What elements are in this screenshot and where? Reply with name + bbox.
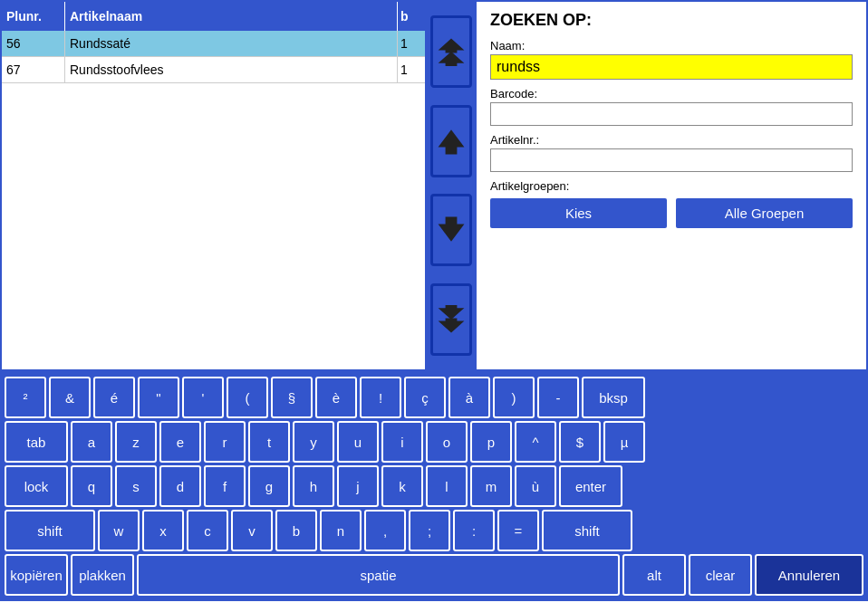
key-y[interactable]: y	[293, 421, 334, 463]
cell-plunr: 56	[2, 31, 65, 56]
key-dollar[interactable]: $	[559, 421, 601, 463]
key-s[interactable]: s	[115, 465, 157, 507]
table-header: Plunr. Artikelnaam b	[2, 2, 425, 31]
key-q[interactable]: q	[71, 465, 112, 507]
key-n[interactable]: n	[320, 510, 362, 551]
annuleren-button[interactable]: Annuleren	[755, 554, 863, 596]
key-k[interactable]: k	[381, 465, 423, 507]
key-r[interactable]: r	[204, 421, 246, 463]
keyboard-row-2: tab a z e r t y u i o p ^ $ µ	[5, 421, 863, 463]
key-ccedil[interactable]: ç	[404, 377, 446, 418]
key-egrave[interactable]: è	[315, 377, 357, 418]
key-j[interactable]: j	[337, 465, 379, 507]
artikelgroepen-buttons: Kies Alle Groepen	[490, 198, 853, 228]
barcode-input[interactable]	[490, 102, 853, 126]
nav-bottom-button[interactable]	[430, 283, 472, 356]
key-g[interactable]: g	[248, 465, 290, 507]
col-plunr: Plunr.	[2, 2, 65, 31]
key-backspace[interactable]: bksp	[582, 377, 645, 418]
key-kopieren[interactable]: kopiëren	[5, 554, 68, 596]
key-enter[interactable]: enter	[559, 465, 622, 507]
cell-artikelnaam: Rundsstoofvlees	[65, 57, 398, 82]
cell-artikelnaam: Rundssaté	[65, 31, 398, 56]
key-mu[interactable]: µ	[603, 421, 645, 463]
key-section[interactable]: §	[271, 377, 313, 418]
key-equals[interactable]: =	[497, 510, 539, 551]
alle-groepen-button[interactable]: Alle Groepen	[676, 198, 853, 228]
search-panel: ZOEKEN OP: Naam: Barcode: Artikelnr.: Ar…	[477, 2, 866, 369]
cell-b: 1	[398, 57, 425, 82]
artikelnr-label: Artikelnr.:	[490, 133, 853, 147]
key-comma[interactable]: ,	[364, 510, 406, 551]
key-e[interactable]: e	[159, 421, 201, 463]
key-space[interactable]: spatie	[137, 554, 620, 596]
key-f[interactable]: f	[204, 465, 246, 507]
artikelgroepen-label: Artikelgroepen:	[490, 179, 853, 193]
keyboard-row-1: ² & é " ' ( § è ! ç à ) - bksp	[5, 377, 863, 418]
nav-buttons	[427, 2, 477, 369]
key-p[interactable]: p	[470, 421, 512, 463]
table-row[interactable]: 56 Rundssaté 1	[2, 31, 425, 57]
key-c[interactable]: c	[187, 510, 228, 551]
key-lock[interactable]: lock	[5, 465, 68, 507]
svg-marker-0	[438, 39, 464, 53]
key-shift-right[interactable]: shift	[542, 510, 632, 551]
key-caret[interactable]: ^	[515, 421, 556, 463]
artikelnr-input[interactable]	[490, 148, 853, 172]
key-h[interactable]: h	[293, 465, 334, 507]
key-plakken[interactable]: plakken	[71, 554, 134, 596]
key-w[interactable]: w	[98, 510, 140, 551]
svg-marker-3	[438, 217, 464, 242]
svg-marker-4	[438, 318, 464, 332]
key-alt[interactable]: alt	[622, 554, 686, 596]
nav-top-button[interactable]	[430, 15, 472, 88]
key-u[interactable]: u	[337, 421, 379, 463]
svg-marker-2	[438, 129, 464, 154]
key-tab[interactable]: tab	[5, 421, 68, 463]
key-x[interactable]: x	[142, 510, 184, 551]
key-d[interactable]: d	[159, 465, 201, 507]
search-title: ZOEKEN OP:	[490, 11, 853, 30]
col-b: b	[398, 2, 425, 31]
keyboard: ² & é " ' ( § è ! ç à ) - bksp tab a z e…	[0, 371, 868, 601]
key-o[interactable]: o	[426, 421, 468, 463]
key-v[interactable]: v	[231, 510, 273, 551]
key-rparen[interactable]: )	[493, 377, 535, 418]
key-colon[interactable]: :	[453, 510, 495, 551]
cell-plunr: 67	[2, 57, 65, 82]
key-minus[interactable]: -	[537, 377, 579, 418]
key-exclaim[interactable]: !	[360, 377, 401, 418]
key-a[interactable]: a	[71, 421, 112, 463]
key-apostrophe[interactable]: '	[182, 377, 224, 418]
nav-up-button[interactable]	[430, 105, 472, 177]
keyboard-row-5: kopiëren plakken spatie alt clear Annule…	[5, 554, 863, 596]
barcode-label: Barcode:	[490, 87, 853, 100]
key-m[interactable]: m	[470, 465, 512, 507]
keyboard-row-4: shift w x c v b n , ; : = shift	[5, 510, 863, 551]
key-clear[interactable]: clear	[689, 554, 752, 596]
key-ugrave[interactable]: ù	[515, 465, 556, 507]
key-agrave[interactable]: à	[448, 377, 490, 418]
key-squared[interactable]: ²	[5, 377, 46, 418]
svg-marker-1	[438, 52, 464, 66]
key-i[interactable]: i	[381, 421, 423, 463]
key-eacute[interactable]: é	[93, 377, 135, 418]
cell-b: 1	[398, 31, 425, 56]
key-quote[interactable]: "	[138, 377, 179, 418]
key-t[interactable]: t	[248, 421, 290, 463]
kies-button[interactable]: Kies	[490, 198, 667, 228]
key-semicolon[interactable]: ;	[409, 510, 450, 551]
svg-marker-5	[438, 305, 464, 320]
key-b[interactable]: b	[275, 510, 317, 551]
key-l[interactable]: l	[426, 465, 468, 507]
key-z[interactable]: z	[115, 421, 157, 463]
col-artikelnaam: Artikelnaam	[65, 2, 398, 31]
nav-down-button[interactable]	[430, 194, 472, 266]
table-row[interactable]: 67 Rundsstoofvlees 1	[2, 57, 425, 83]
key-shift-left[interactable]: shift	[5, 510, 95, 551]
naam-input[interactable]	[490, 54, 853, 80]
naam-label: Naam:	[490, 39, 853, 53]
key-ampersand[interactable]: &	[49, 377, 91, 418]
keyboard-row-3: lock q s d f g h j k l m ù enter	[5, 465, 863, 507]
key-lparen[interactable]: (	[227, 377, 268, 418]
